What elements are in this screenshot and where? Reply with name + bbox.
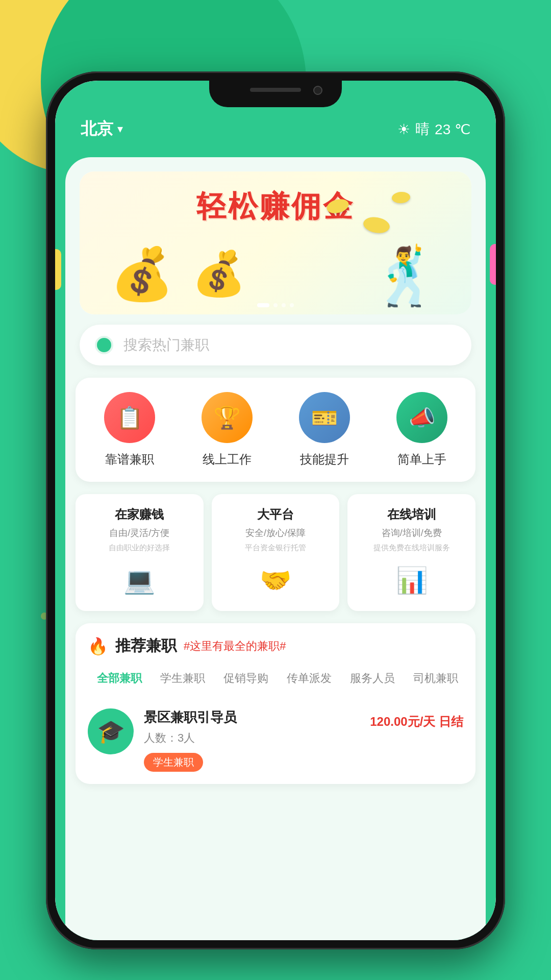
category-item-easy[interactable]: 📣 简单上手 bbox=[396, 392, 447, 468]
category-grid: 📋 靠谱兼职 🏆 线上工作 🎫 技能提升 📣 简单上手 bbox=[76, 378, 475, 482]
banner-dot-4 bbox=[290, 303, 294, 307]
notch-camera bbox=[313, 86, 322, 95]
category-icon-easy: 📣 bbox=[396, 392, 447, 443]
banner-dots bbox=[257, 303, 294, 307]
category-label-online: 线上工作 bbox=[203, 451, 252, 468]
banner-background: 轻松赚佣金 💰 💰 🕺 bbox=[80, 172, 471, 314]
category-icon-online: 🏆 bbox=[202, 392, 253, 443]
feature-title-home: 在家赚钱 bbox=[115, 506, 164, 523]
banner-dot-3 bbox=[282, 303, 286, 307]
weather-text: 晴 bbox=[415, 119, 430, 139]
category-item-skills[interactable]: 🎫 技能提升 bbox=[299, 392, 350, 468]
sun-icon: ☀ bbox=[397, 121, 410, 138]
feature-card-platform[interactable]: 大平台 安全/放心/保障 平台资金银行托管 🤝 bbox=[212, 494, 340, 611]
phone-screen: 北京 ▾ ☀ 晴 23 ℃ 轻松赚佣金 bbox=[55, 81, 496, 940]
coin-3 bbox=[391, 191, 411, 204]
side-decoration-pink bbox=[490, 244, 496, 285]
banner-dot-1 bbox=[257, 303, 269, 307]
chevron-down-icon: ▾ bbox=[117, 122, 123, 136]
money-bag-left-icon: 💰 bbox=[110, 244, 174, 304]
feature-illustration-home: 💻 bbox=[84, 560, 195, 601]
recommend-tabs: 全部兼职 学生兼职 促销导购 传单派发 服务人员 司机兼职 其他兼职 bbox=[88, 668, 463, 689]
tab-flyer[interactable]: 传单派发 bbox=[278, 668, 341, 689]
category-label-easy: 简单上手 bbox=[397, 451, 446, 468]
notch bbox=[209, 81, 342, 107]
category-label-reliable: 靠谱兼职 bbox=[105, 451, 154, 468]
recommend-section: 🔥 推荐兼职 #这里有最全的兼职# 全部兼职 学生兼职 促销导购 传单派发 服务… bbox=[76, 623, 475, 784]
phone-frame: 北京 ▾ ☀ 晴 23 ℃ 轻松赚佣金 bbox=[46, 71, 505, 949]
tab-service[interactable]: 服务人员 bbox=[341, 668, 404, 689]
character-illustration: 🕺 bbox=[371, 243, 441, 309]
feature-card-training[interactable]: 在线培训 咨询/培训/免费 提供免费在线培训服务 📊 bbox=[347, 494, 475, 611]
job-count: 人数：3人 bbox=[144, 730, 360, 746]
category-icon-skills: 🎫 bbox=[299, 392, 350, 443]
recommend-title: 推荐兼职 bbox=[115, 635, 177, 656]
tab-student[interactable]: 学生兼职 bbox=[151, 668, 214, 689]
feature-subtitle-training: 咨询/培训/免费 bbox=[382, 527, 442, 539]
category-label-skills: 技能提升 bbox=[300, 451, 349, 468]
feature-subtitle-platform: 安全/放心/保障 bbox=[245, 527, 306, 539]
main-card: 轻松赚佣金 💰 💰 🕺 bbox=[65, 157, 486, 940]
banner[interactable]: 轻松赚佣金 💰 💰 🕺 bbox=[80, 172, 471, 314]
category-icon-reliable: 📋 bbox=[104, 392, 155, 443]
job-salary: 120.00元/天 日结 bbox=[370, 708, 463, 730]
feature-row: 在家赚钱 自由/灵活/方便 自由职业的好选择 💻 大平台 安全/放心/保障 平台… bbox=[76, 494, 475, 611]
feature-title-platform: 大平台 bbox=[257, 506, 294, 523]
money-bag-right-icon: 💰 bbox=[192, 248, 246, 299]
category-item-online[interactable]: 🏆 线上工作 bbox=[202, 392, 253, 468]
location-section[interactable]: 北京 ▾ bbox=[81, 118, 123, 140]
notch-speaker bbox=[250, 88, 301, 92]
recommend-header: 🔥 推荐兼职 #这里有最全的兼职# bbox=[88, 635, 463, 656]
search-placeholder: 搜索热门兼职 bbox=[123, 335, 209, 355]
tab-driver[interactable]: 司机兼职 bbox=[404, 668, 463, 689]
weather-section: ☀ 晴 23 ℃ bbox=[397, 119, 470, 139]
feature-illustration-training: 📊 bbox=[356, 560, 467, 601]
tab-promo[interactable]: 促销导购 bbox=[214, 668, 278, 689]
job-listing[interactable]: 🎓 景区兼职引导员 人数：3人 学生兼职 120.00元/天 日结 bbox=[88, 700, 463, 776]
job-title: 景区兼职引导员 bbox=[144, 708, 360, 726]
job-tag: 学生兼职 bbox=[144, 753, 203, 772]
feature-illustration-platform: 🤝 bbox=[220, 560, 332, 601]
side-decoration-yellow bbox=[55, 249, 61, 290]
feature-title-training: 在线培训 bbox=[387, 506, 436, 523]
job-icon: 🎓 bbox=[88, 708, 134, 754]
feature-desc-training: 提供免费在线培训服务 bbox=[373, 543, 450, 553]
search-bar[interactable]: 搜索热门兼职 bbox=[80, 325, 471, 365]
tab-all[interactable]: 全部兼职 bbox=[88, 668, 151, 689]
feature-desc-home: 自由职业的好选择 bbox=[109, 543, 170, 553]
header-bar: 北京 ▾ ☀ 晴 23 ℃ bbox=[55, 111, 496, 147]
coin-2 bbox=[362, 215, 391, 235]
feature-subtitle-home: 自由/灵活/方便 bbox=[109, 527, 169, 539]
app-content: 北京 ▾ ☀ 晴 23 ℃ 轻松赚佣金 bbox=[55, 81, 496, 940]
location-text: 北京 bbox=[81, 118, 113, 140]
recommend-fire-icon: 🔥 bbox=[88, 636, 108, 656]
search-icon bbox=[95, 336, 113, 354]
feature-card-home[interactable]: 在家赚钱 自由/灵活/方便 自由职业的好选择 💻 bbox=[76, 494, 204, 611]
banner-dot-2 bbox=[273, 303, 278, 307]
job-info: 景区兼职引导员 人数：3人 学生兼职 bbox=[144, 708, 360, 772]
feature-desc-platform: 平台资金银行托管 bbox=[245, 543, 306, 553]
recommend-tag: #这里有最全的兼职# bbox=[184, 639, 286, 654]
category-item-reliable[interactable]: 📋 靠谱兼职 bbox=[104, 392, 155, 468]
temperature-text: 23 ℃ bbox=[435, 121, 470, 138]
